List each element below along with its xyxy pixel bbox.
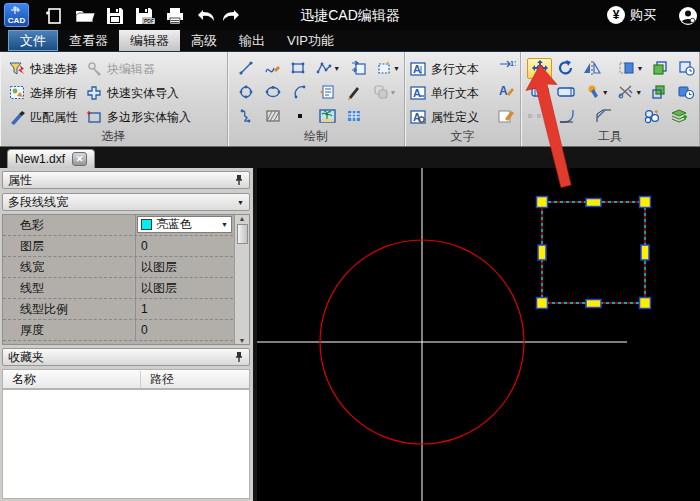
hatch-pen-button[interactable] bbox=[341, 82, 367, 103]
grip-handle-right-mid[interactable] bbox=[641, 245, 649, 260]
block-editor-button[interactable]: 块编辑器 bbox=[83, 57, 194, 81]
properties-scrollbar[interactable]: ▲ ▼ bbox=[234, 215, 249, 344]
insert-block-button[interactable] bbox=[345, 58, 370, 79]
redo-icon bbox=[221, 7, 241, 25]
chevron-down-icon: ▼ bbox=[221, 214, 228, 235]
rotate-copy-button[interactable] bbox=[674, 58, 699, 79]
arc-button[interactable] bbox=[287, 82, 313, 103]
grip-handle-left-mid[interactable] bbox=[538, 245, 546, 260]
menu-item-vip[interactable]: VIP功能 bbox=[276, 30, 345, 51]
grip-handle-bottom-left[interactable] bbox=[537, 298, 548, 309]
favorites-list[interactable] bbox=[2, 389, 250, 499]
grip-handle-top-right[interactable] bbox=[640, 197, 651, 208]
rectangle-button[interactable] bbox=[286, 58, 311, 79]
app-logo-label: CAD bbox=[8, 16, 25, 25]
quick-select-button[interactable]: 快速选择 bbox=[6, 57, 81, 81]
property-value[interactable]: 1 bbox=[136, 299, 233, 319]
print-button[interactable] bbox=[162, 4, 188, 27]
pin-icon[interactable] bbox=[234, 174, 244, 186]
spline-button[interactable] bbox=[259, 58, 284, 79]
menu-item-editor[interactable]: 编辑器 bbox=[119, 30, 180, 51]
pin-icon[interactable] bbox=[234, 351, 244, 363]
pen-tool-button[interactable]: ▼ bbox=[580, 82, 612, 103]
layers-add-button[interactable] bbox=[666, 106, 692, 127]
selection-rectangle[interactable] bbox=[537, 197, 651, 309]
copy-button-2[interactable] bbox=[647, 82, 673, 103]
ellipse-button[interactable] bbox=[260, 82, 286, 103]
quick-entity-import-button[interactable]: 快速实体导入 bbox=[83, 81, 194, 105]
point-button[interactable] bbox=[287, 106, 313, 127]
text-style-edit-button[interactable]: A bbox=[498, 83, 516, 101]
property-value[interactable]: 以图层 bbox=[136, 278, 233, 298]
grip-settings-button[interactable] bbox=[527, 106, 553, 127]
fillet-button[interactable] bbox=[554, 106, 580, 127]
property-value-color[interactable]: 亮蓝色 ▼ bbox=[136, 215, 233, 235]
group-circles-button[interactable] bbox=[639, 106, 665, 127]
document-tab[interactable]: New1.dxf ✕ bbox=[7, 149, 95, 168]
property-value[interactable]: 0 bbox=[136, 320, 233, 340]
grip-handle-top-left[interactable] bbox=[537, 197, 548, 208]
rotate-button[interactable] bbox=[553, 58, 578, 79]
drawing-canvas[interactable] bbox=[257, 168, 700, 501]
undo-button[interactable] bbox=[193, 4, 219, 27]
scale-button[interactable]: ▼ bbox=[615, 58, 647, 79]
close-icon[interactable]: ✕ bbox=[72, 152, 87, 166]
properties-grid: 色彩 亮蓝色 ▼ 图层 0 线宽 以图层 线型 bbox=[2, 214, 250, 345]
scroll-down-icon[interactable]: ▼ bbox=[239, 337, 246, 344]
line-button[interactable] bbox=[233, 58, 258, 79]
new-file-button[interactable] bbox=[41, 4, 67, 27]
trim-button[interactable]: ▼ bbox=[614, 82, 646, 103]
favorites-path-column[interactable]: 路径 bbox=[141, 371, 174, 388]
text-block-button[interactable] bbox=[314, 82, 340, 103]
buy-button[interactable]: ¥ 购买 bbox=[607, 0, 656, 30]
open-file-button[interactable] bbox=[72, 4, 98, 27]
text-number-order-button[interactable]: 1? bbox=[498, 57, 516, 75]
text-edit-button[interactable] bbox=[498, 109, 516, 127]
color-combo[interactable]: 亮蓝色 ▼ bbox=[137, 216, 232, 233]
chamfer-button[interactable] bbox=[591, 106, 617, 127]
number-order-icon: 1? bbox=[498, 57, 516, 71]
app-logo[interactable]: CAD bbox=[4, 3, 29, 27]
text-block-icon bbox=[319, 84, 335, 100]
polygon-entity-input-button[interactable]: 多边形实体输入 bbox=[83, 105, 194, 129]
account-button[interactable] bbox=[678, 6, 698, 26]
grip-handle-top-mid[interactable] bbox=[586, 199, 601, 207]
freehand-spline-button[interactable] bbox=[233, 106, 259, 127]
grip-handle-bottom-mid[interactable] bbox=[586, 300, 601, 308]
favorites-name-column[interactable]: 名称 bbox=[3, 371, 141, 388]
menu-item-viewer[interactable]: 查看器 bbox=[58, 30, 119, 51]
boundary-button[interactable]: ▼ bbox=[372, 58, 404, 79]
lengthen-button-1[interactable] bbox=[527, 82, 553, 103]
polyline-button[interactable]: ▼ bbox=[312, 58, 344, 79]
circle-button[interactable] bbox=[233, 82, 259, 103]
menu-item-output[interactable]: 输出 bbox=[228, 30, 276, 51]
property-value[interactable]: 以图层 bbox=[136, 257, 233, 277]
hatch-button[interactable] bbox=[260, 106, 286, 127]
svg-text:A: A bbox=[413, 87, 421, 99]
match-properties-button[interactable]: 匹配属性 bbox=[6, 105, 81, 129]
copy-icon bbox=[652, 60, 669, 76]
menu-item-advanced[interactable]: 高级 bbox=[180, 30, 228, 51]
time-copy-button[interactable] bbox=[673, 82, 699, 103]
rotate-icon bbox=[557, 59, 575, 77]
scrollbar-thumb[interactable] bbox=[237, 224, 248, 244]
mirror-button[interactable] bbox=[579, 58, 604, 79]
entity-type-value: 多段线线宽 bbox=[8, 194, 68, 211]
table-button[interactable] bbox=[341, 106, 367, 127]
entity-type-dropdown[interactable]: 多段线线宽 ▼ bbox=[2, 193, 250, 211]
stretch-icon bbox=[557, 85, 575, 99]
image-button[interactable] bbox=[314, 106, 340, 127]
overlap-button[interactable]: ▼ bbox=[368, 82, 401, 103]
scroll-up-icon[interactable]: ▲ bbox=[239, 215, 246, 222]
lengthen-button-2[interactable] bbox=[554, 82, 580, 103]
menu-item-file[interactable]: 文件 bbox=[8, 30, 58, 51]
trim-scissors-icon bbox=[617, 84, 634, 100]
select-all-button[interactable]: 选择所有 bbox=[6, 81, 81, 105]
save-button[interactable] bbox=[102, 4, 128, 27]
redo-button[interactable] bbox=[218, 4, 244, 27]
grip-handle-bottom-right[interactable] bbox=[640, 298, 651, 309]
copy-button[interactable] bbox=[648, 58, 673, 79]
property-value[interactable]: 0 bbox=[136, 236, 233, 256]
save-pdf-button[interactable]: PDF bbox=[132, 4, 158, 27]
move-button[interactable] bbox=[527, 58, 552, 79]
